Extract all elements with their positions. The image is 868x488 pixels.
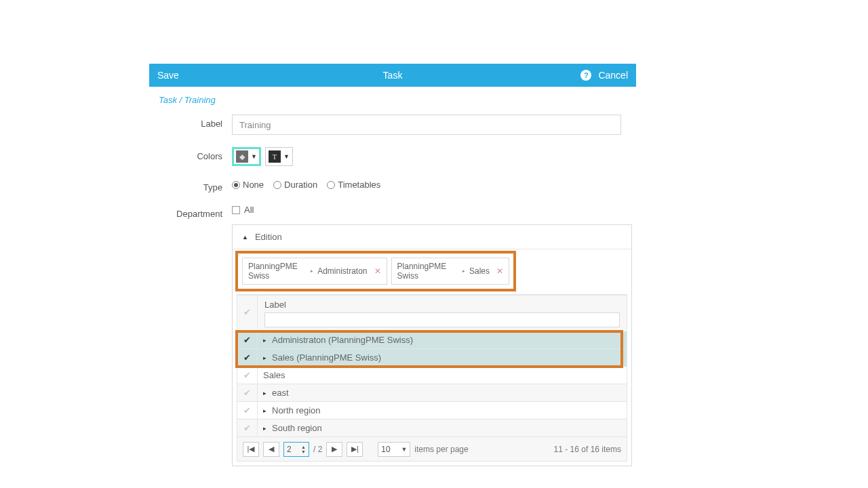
- chip-sep-icon: ▸: [462, 268, 465, 274]
- table-row[interactable]: ✔ ▸Administraton (PlanningPME Swiss): [237, 331, 627, 349]
- chip-remove-icon[interactable]: ✕: [496, 266, 503, 276]
- radio-icon: [232, 181, 240, 189]
- expand-icon[interactable]: ▸: [263, 337, 267, 344]
- stepper-icon[interactable]: ▲▼: [301, 445, 306, 454]
- type-radio-none[interactable]: None: [232, 180, 264, 190]
- row-check-icon[interactable]: ✔: [237, 420, 258, 436]
- row-check-icon[interactable]: ✔: [237, 349, 258, 366]
- checkbox-icon: [232, 206, 240, 214]
- select-all-column[interactable]: ✔: [237, 296, 258, 328]
- chevron-down-icon: ▼: [251, 153, 257, 160]
- department-panel: ▲ Edition PlanningPME Swiss ▸ Administra…: [232, 224, 632, 466]
- cancel-button[interactable]: Cancel: [598, 70, 628, 81]
- chip-group: PlanningPME Swiss: [397, 262, 458, 281]
- checkbox-label: All: [244, 205, 254, 215]
- expand-icon[interactable]: ▸: [263, 425, 267, 432]
- chip-item: Administraton: [317, 266, 367, 276]
- radio-label: Timetables: [338, 180, 380, 190]
- radio-label: None: [243, 180, 264, 190]
- row-check-icon[interactable]: ✔: [237, 384, 258, 401]
- next-page-button[interactable]: ▶: [326, 442, 342, 457]
- row-label: North region: [272, 405, 321, 415]
- expand-icon[interactable]: ▸: [263, 354, 267, 361]
- help-icon[interactable]: ?: [580, 70, 591, 81]
- expand-icon[interactable]: ▸: [263, 390, 267, 396]
- column-label: Label: [264, 300, 286, 310]
- table-row[interactable]: ✔ ▸Sales (PlanningPME Swiss): [237, 349, 627, 367]
- row-label: Sales: [263, 370, 285, 380]
- row-label: Sales (PlanningPME Swiss): [272, 352, 381, 363]
- breadcrumb[interactable]: Task / Training: [159, 95, 632, 105]
- label-input[interactable]: [232, 115, 621, 135]
- radio-icon: [327, 181, 335, 189]
- row-check-icon[interactable]: ✔: [237, 367, 258, 384]
- all-checkbox[interactable]: All: [232, 205, 632, 215]
- pager-summary: 11 - 16 of 16 items: [554, 445, 621, 454]
- chevron-down-icon: ▼: [283, 153, 290, 160]
- page-size-select[interactable]: 10 ▼: [378, 442, 410, 457]
- table-row[interactable]: ✔ Sales: [237, 367, 627, 384]
- panel-header[interactable]: ▲ Edition: [233, 225, 631, 249]
- table-row[interactable]: ✔ ▸South region: [237, 420, 627, 437]
- page-input[interactable]: 2 ▲▼: [283, 442, 309, 457]
- chip: PlanningPME Swiss ▸ Administraton ✕: [242, 258, 387, 285]
- save-button[interactable]: Save: [157, 70, 179, 81]
- text-color-icon: T: [269, 150, 281, 163]
- text-color-picker[interactable]: T ▼: [265, 147, 293, 166]
- table-row[interactable]: ✔ ▸east: [237, 384, 627, 402]
- first-page-button[interactable]: |◀: [243, 442, 259, 457]
- background-color-picker[interactable]: ◆ ▼: [232, 147, 261, 166]
- label-type: Type: [159, 178, 232, 192]
- chip: PlanningPME Swiss ▸ Sales ✕: [391, 258, 509, 285]
- row-check-icon[interactable]: ✔: [237, 402, 258, 419]
- radio-icon: [273, 181, 281, 189]
- table-row[interactable]: ✔ ▸North region: [237, 402, 627, 420]
- collapse-icon: ▲: [242, 234, 248, 241]
- label-colors: Colors: [159, 147, 232, 161]
- page-of-label: / 2: [313, 445, 322, 454]
- grid-header: ✔ Label: [237, 295, 627, 331]
- expand-icon[interactable]: ▸: [263, 407, 267, 414]
- page-size-value: 10: [381, 445, 390, 454]
- type-radio-timetables[interactable]: Timetables: [327, 180, 380, 190]
- page-value: 2: [287, 445, 292, 454]
- panel-title: Edition: [255, 232, 282, 242]
- label-label: Label: [159, 115, 232, 129]
- row-check-icon[interactable]: ✔: [237, 331, 258, 348]
- selected-chips: PlanningPME Swiss ▸ Administraton ✕ Plan…: [235, 251, 516, 291]
- row-label: east: [272, 388, 289, 398]
- chip-sep-icon: ▸: [311, 268, 313, 274]
- prev-page-button[interactable]: ◀: [263, 442, 279, 457]
- chip-item: Sales: [469, 266, 490, 276]
- pager: |◀ ◀ 2 ▲▼ / 2 ▶ ▶| 10: [237, 437, 627, 462]
- task-dialog: Save Task ? Cancel Task / Training Label…: [149, 64, 636, 472]
- chip-remove-icon[interactable]: ✕: [374, 266, 381, 276]
- last-page-button[interactable]: ▶|: [347, 442, 363, 457]
- dialog-title: Task: [383, 70, 403, 81]
- dialog-header: Save Task ? Cancel: [149, 64, 636, 87]
- row-label: South region: [272, 423, 322, 433]
- label-department: Department: [159, 205, 232, 219]
- chevron-down-icon: ▼: [401, 446, 407, 453]
- department-grid: ✔ Label ✔ ▸Administraton (Pla: [237, 294, 627, 437]
- chip-group: PlanningPME Swiss: [248, 262, 307, 281]
- label-filter-input[interactable]: [264, 312, 620, 327]
- type-radio-duration[interactable]: Duration: [273, 180, 317, 190]
- items-per-page-label: items per page: [414, 445, 468, 454]
- paint-bucket-icon: ◆: [236, 150, 248, 163]
- radio-label: Duration: [284, 180, 317, 190]
- row-label: Administraton (PlanningPME Swiss): [272, 335, 413, 345]
